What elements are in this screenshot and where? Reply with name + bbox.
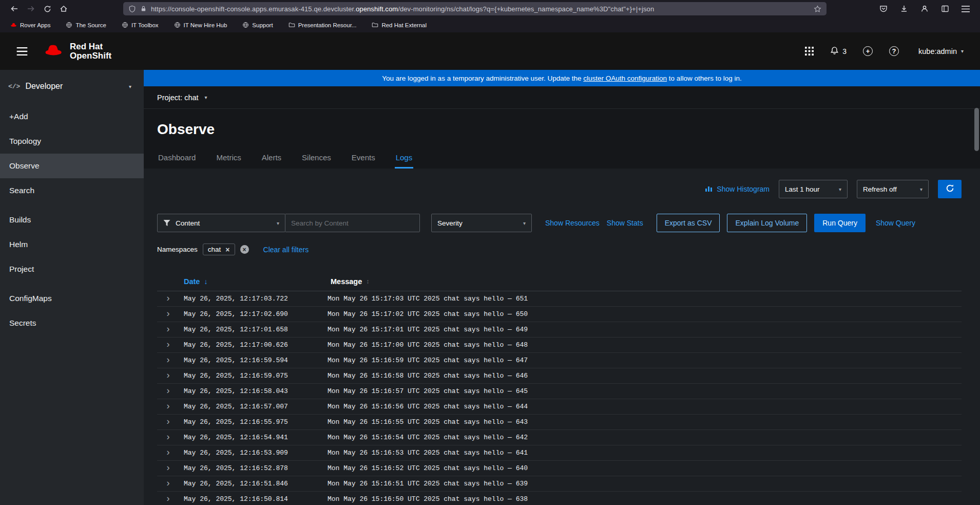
save-to-pocket-icon[interactable] (875, 2, 892, 16)
sidebar-nav-group: +AddTopologyObserveSearch (0, 104, 144, 203)
histogram-icon (705, 185, 713, 194)
show-stats-link[interactable]: Show Stats (607, 219, 643, 227)
tab-silences[interactable]: Silences (301, 153, 332, 169)
account-icon[interactable] (916, 2, 933, 16)
project-selector[interactable]: Project: chat ▾ (157, 93, 207, 102)
add-icon[interactable]: + (863, 46, 873, 56)
sync-icon (946, 184, 954, 194)
expand-row-icon[interactable]: › (157, 371, 181, 381)
bookmark-it-toolbox[interactable]: IT Toolbox (120, 21, 161, 29)
sidebar-item-configmaps[interactable]: ConfigMaps (0, 286, 144, 311)
scrollbar-thumb[interactable] (974, 108, 979, 151)
tab-dashboard[interactable]: Dashboard (157, 153, 197, 169)
namespace-chip: chat × (203, 244, 235, 255)
perspective-switcher[interactable]: </> Developer ▾ (0, 73, 144, 100)
notifications-button[interactable]: 3 (830, 46, 847, 57)
table-row: ›May 26, 2025, 12:16:52.878Mon May 26 15… (157, 461, 962, 476)
shield-icon[interactable] (128, 5, 136, 13)
expand-row-icon[interactable]: › (157, 402, 181, 412)
username: kube:admin (918, 47, 957, 55)
expand-row-icon[interactable]: › (157, 463, 181, 474)
help-icon[interactable]: ? (889, 46, 899, 56)
export-csv-button[interactable]: Export as CSV (657, 214, 720, 232)
sidebar-item-observe[interactable]: Observe (0, 154, 144, 178)
bookmark-the-source[interactable]: The Source (64, 21, 108, 29)
expand-row-icon[interactable]: › (157, 417, 181, 427)
page-tabs: DashboardMetricsAlertsSilencesEventsLogs (157, 153, 967, 169)
explain-log-volume-button[interactable]: Explain Log Volume (727, 214, 807, 232)
clear-chip-group-icon[interactable]: × (240, 245, 249, 254)
bookmark-presentation-resour[interactable]: Presentation Resour... (286, 21, 359, 29)
browser-chrome: https://console-openshift-console.apps.e… (0, 0, 980, 32)
sidebar-toggle-icon[interactable] (937, 2, 953, 16)
home-icon[interactable] (55, 2, 72, 16)
clear-all-filters-link[interactable]: Clear all filters (263, 246, 309, 254)
show-histogram-link[interactable]: Show Histogram (705, 185, 770, 194)
date-column-header[interactable]: Date ↓ (181, 277, 328, 286)
filter-attribute-dropdown[interactable]: Content ▾ (157, 214, 285, 232)
log-table: Date ↓ Message ↕ ›May 26, 2025, 12:17:03… (157, 272, 962, 505)
log-date: May 26, 2025, 12:16:52.878 (181, 464, 328, 472)
lock-icon[interactable] (140, 5, 147, 12)
sync-button[interactable] (938, 180, 962, 198)
time-range-dropdown[interactable]: Last 1 hour ▾ (779, 180, 848, 198)
sidebar-item-secrets[interactable]: Secrets (0, 311, 144, 335)
bookmark-rover-apps[interactable]: Rover Apps (8, 21, 52, 29)
redhat-icon (10, 22, 17, 28)
show-resources-link[interactable]: Show Resources (545, 219, 600, 227)
downloads-icon[interactable] (896, 2, 912, 16)
oauth-config-link[interactable]: cluster OAuth configuration (583, 74, 667, 82)
expand-row-icon[interactable]: › (157, 309, 181, 320)
user-menu[interactable]: kube:admin ▾ (915, 47, 967, 56)
remove-chip-icon[interactable]: × (225, 246, 229, 253)
sidebar-nav: +AddTopologyObserveSearchBuildsHelmProje… (0, 100, 144, 335)
tab-alerts[interactable]: Alerts (261, 153, 282, 169)
table-header: Date ↓ Message ↕ (157, 272, 962, 291)
severity-dropdown[interactable]: Severity ▾ (431, 214, 532, 232)
expand-row-icon[interactable]: › (157, 325, 181, 335)
tab-metrics[interactable]: Metrics (215, 153, 242, 169)
tab-events[interactable]: Events (351, 153, 376, 169)
expand-row-icon[interactable]: › (157, 386, 181, 397)
expand-row-icon[interactable]: › (157, 294, 181, 304)
message-column-header[interactable]: Message ↕ (328, 277, 962, 286)
back-icon[interactable] (6, 2, 23, 16)
expand-row-icon[interactable]: › (157, 433, 181, 443)
app-launcher-icon[interactable] (805, 47, 814, 55)
forward-icon[interactable] (23, 2, 39, 16)
globe-icon (242, 22, 249, 28)
bookmark-it-new-hire-hub[interactable]: IT New Hire Hub (172, 21, 229, 29)
sidebar-item-search[interactable]: Search (0, 178, 144, 203)
expand-row-icon[interactable]: › (157, 448, 181, 458)
expand-row-icon[interactable]: › (157, 494, 181, 504)
log-date: May 26, 2025, 12:17:00.626 (181, 341, 328, 349)
sidebar: </> Developer ▾ +AddTopologyObserveSearc… (0, 70, 144, 505)
nav-toggle-icon[interactable] (13, 47, 31, 56)
sidebar-item-topology[interactable]: Topology (0, 129, 144, 154)
log-message: Mon May 26 15:17:03 UTC 2025 chat says h… (328, 295, 962, 303)
sidebar-item-add[interactable]: +Add (0, 104, 144, 129)
reload-icon[interactable] (39, 2, 55, 16)
expand-row-icon[interactable]: › (157, 479, 181, 489)
expand-row-icon[interactable]: › (157, 356, 181, 366)
bookmark-red-hat-external[interactable]: Red Hat External (370, 21, 429, 29)
browser-action-icons (875, 2, 974, 16)
bookmark-support[interactable]: Support (240, 21, 275, 29)
run-query-button[interactable]: Run Query (814, 214, 866, 232)
sidebar-item-project[interactable]: Project (0, 257, 144, 282)
brand-logo[interactable]: Red Hat OpenShift (44, 42, 111, 61)
sort-descending-icon: ↓ (204, 277, 207, 286)
expand-row-icon[interactable]: › (157, 340, 181, 350)
browser-menu-icon[interactable] (957, 2, 974, 16)
show-query-link[interactable]: Show Query (876, 219, 915, 227)
perspective-label: Developer (25, 82, 63, 91)
filter-funnel-icon (163, 219, 170, 227)
sidebar-item-builds[interactable]: Builds (0, 208, 144, 232)
tab-logs[interactable]: Logs (395, 153, 414, 169)
url-bar[interactable]: https://console-openshift-console.apps.e… (123, 2, 827, 15)
bookmark-star-icon[interactable] (814, 5, 821, 13)
refresh-interval-dropdown[interactable]: Refresh off ▾ (857, 180, 929, 198)
sidebar-item-helm[interactable]: Helm (0, 232, 144, 257)
project-bar: Project: chat ▾ (144, 86, 980, 109)
search-input[interactable] (285, 214, 420, 232)
